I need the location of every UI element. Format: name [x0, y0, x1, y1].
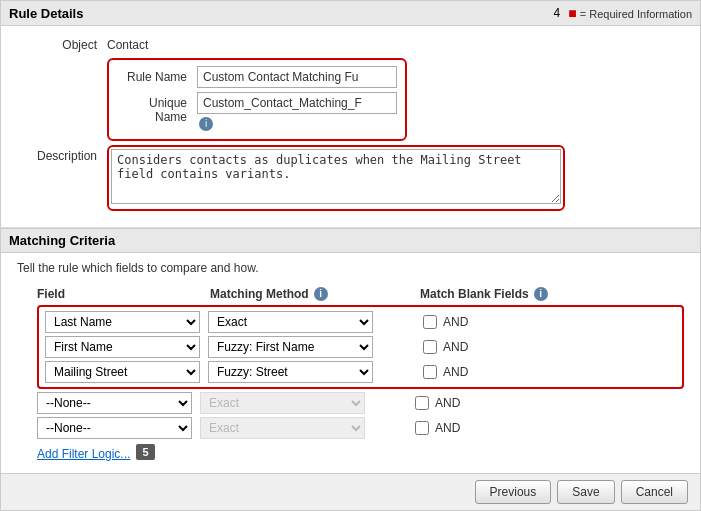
object-value: Contact — [107, 34, 684, 52]
method-info-icon[interactable]: i — [314, 287, 328, 301]
blank-checkbox-2[interactable] — [423, 340, 437, 354]
blank-checkbox-3[interactable] — [423, 365, 437, 379]
criteria-row-2: First Name Fuzzy: First Name AND — [45, 336, 676, 358]
description-textarea[interactable]: Considers contacts as duplicates when th… — [111, 149, 561, 204]
criteria-rows-container: Last Name Exact AND First Name Fuzzy: Fi… — [17, 305, 684, 439]
step-4-badge: 4 — [554, 6, 561, 20]
col-header-method: Matching Method i — [210, 287, 390, 301]
matching-criteria-title: Matching Criteria — [9, 233, 115, 248]
col-header-field: Field — [37, 287, 202, 301]
field-select-5[interactable]: --None-- — [37, 417, 192, 439]
criteria-row-1: Last Name Exact AND — [45, 311, 676, 333]
save-button[interactable]: Save — [557, 480, 614, 504]
object-row: Object Contact — [17, 34, 684, 52]
field-select-1[interactable]: Last Name — [45, 311, 200, 333]
field-select-3[interactable]: Mailing Street — [45, 361, 200, 383]
description-highlighted-box: Considers contacts as duplicates when th… — [107, 145, 565, 211]
add-filter-row: Add Filter Logic... 5 — [17, 443, 684, 461]
unique-name-row: Unique Name i — [117, 92, 397, 131]
matching-criteria-body: Tell the rule which fields to compare an… — [1, 253, 700, 473]
and-label-5: AND — [435, 421, 460, 435]
blank-checkbox-1[interactable] — [423, 315, 437, 329]
rule-name-input[interactable] — [197, 66, 397, 88]
rule-details-header: Rule Details 4 ■ = Required Information — [1, 1, 700, 26]
method-select-2[interactable]: Fuzzy: First Name — [208, 336, 373, 358]
blank-fields-info-icon[interactable]: i — [534, 287, 548, 301]
object-label: Object — [17, 34, 107, 52]
cancel-button[interactable]: Cancel — [621, 480, 688, 504]
method-select-4: Exact — [200, 392, 365, 414]
unique-name-info-icon[interactable]: i — [199, 117, 213, 131]
criteria-row-4: --None-- Exact AND — [37, 392, 684, 414]
matching-criteria-header: Matching Criteria — [1, 228, 700, 253]
add-filter-link[interactable]: Add Filter Logic... — [37, 447, 130, 461]
rule-name-label: Rule Name — [117, 66, 197, 84]
unique-name-label: Unique Name — [117, 92, 197, 124]
and-label-2: AND — [443, 340, 468, 354]
criteria-column-headers: Field Matching Method i Match Blank Fiel… — [17, 287, 684, 301]
and-label-4: AND — [435, 396, 460, 410]
required-info-text: ■ = Required Information — [568, 5, 692, 21]
description-row: Description Considers contacts as duplic… — [17, 145, 684, 211]
field-select-4[interactable]: --None-- — [37, 392, 192, 414]
name-fields-highlighted-box: Rule Name Unique Name i — [107, 58, 407, 141]
rule-details-body: Object Contact Rule Name Unique Name — [1, 26, 700, 228]
col-header-blank-fields: Match Blank Fields i — [420, 287, 548, 301]
criteria-row-3: Mailing Street Fuzzy: Street AND — [45, 361, 676, 383]
required-dot: ■ — [568, 5, 576, 21]
blank-checkbox-5[interactable] — [415, 421, 429, 435]
description-label: Description — [17, 145, 107, 163]
criteria-row-5: --None-- Exact AND — [37, 417, 684, 439]
criteria-description: Tell the rule which fields to compare an… — [17, 261, 684, 275]
step-5-badge: 5 — [136, 444, 154, 460]
highlighted-rows-box: Last Name Exact AND First Name Fuzzy: Fi… — [37, 305, 684, 389]
footer: Previous Save Cancel — [1, 473, 700, 510]
method-select-5: Exact — [200, 417, 365, 439]
unique-name-input[interactable] — [197, 92, 397, 114]
rule-name-row: Rule Name — [117, 66, 397, 88]
method-select-3[interactable]: Fuzzy: Street — [208, 361, 373, 383]
and-label-3: AND — [443, 365, 468, 379]
method-select-1[interactable]: Exact — [208, 311, 373, 333]
field-select-2[interactable]: First Name — [45, 336, 200, 358]
blank-checkbox-4[interactable] — [415, 396, 429, 410]
and-label-1: AND — [443, 315, 468, 329]
previous-button[interactable]: Previous — [475, 480, 552, 504]
rule-details-title: Rule Details — [9, 6, 83, 21]
